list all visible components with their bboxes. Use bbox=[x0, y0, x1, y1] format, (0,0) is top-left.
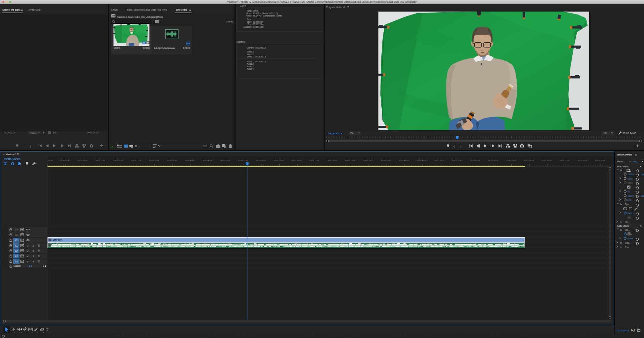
svg-text:S: S bbox=[33, 255, 34, 257]
svg-text:0.0: 0.0 bbox=[628, 190, 630, 193]
svg-text:V1: V1 bbox=[15, 239, 18, 241]
svg-text:00:00:55:23: 00:00:55:23 bbox=[617, 329, 629, 332]
svg-text:Tim...: Tim... bbox=[625, 221, 630, 223]
svg-text:Master: Master bbox=[14, 264, 21, 267]
svg-text:fx: fx bbox=[620, 246, 622, 248]
svg-text:fx: fx bbox=[620, 221, 622, 223]
svg-text:0.0 dB: 0.0 dB bbox=[627, 237, 633, 240]
svg-text:Opa...: Opa... bbox=[625, 203, 630, 206]
svg-text:100.0: 100.0 bbox=[628, 178, 633, 180]
svg-text:fx: fx bbox=[620, 242, 622, 244]
svg-text:1920.0: 1920.0 bbox=[628, 173, 634, 176]
svg-text:108: 108 bbox=[641, 195, 644, 197]
svg-text:M: M bbox=[27, 255, 29, 257]
svg-text:S: S bbox=[33, 250, 34, 252]
svg-text:0.0: 0.0 bbox=[29, 265, 32, 267]
svg-text:Video Effects: Video Effects bbox=[617, 165, 629, 168]
svg-text:Audio Effects: Audio Effects bbox=[617, 225, 629, 227]
svg-text:A3: A3 bbox=[15, 255, 18, 257]
svg-text:Cha...: Cha... bbox=[625, 242, 630, 244]
svg-text:S: S bbox=[33, 260, 34, 263]
svg-text:Master ...: Master ... bbox=[617, 160, 625, 163]
svg-text:0.00: 0.00 bbox=[628, 199, 631, 201]
svg-text:fx: fx bbox=[620, 229, 622, 231]
svg-text:A1: A1 bbox=[15, 245, 18, 247]
svg-text:A4: A4 bbox=[15, 260, 18, 263]
svg-text:fx: fx bbox=[620, 203, 622, 205]
svg-text:V2: V2 bbox=[15, 234, 18, 236]
svg-text:Mas...: Mas... bbox=[633, 160, 638, 163]
svg-text:V3: V3 bbox=[15, 228, 18, 231]
svg-text:M: M bbox=[27, 245, 29, 247]
svg-text:fx: fx bbox=[620, 169, 622, 171]
svg-text:1920.0: 1920.0 bbox=[628, 195, 634, 197]
svg-text:108: 108 bbox=[641, 173, 644, 176]
svg-text:100.0: 100.0 bbox=[628, 182, 633, 184]
svg-text:Pan...: Pan... bbox=[625, 246, 630, 248]
svg-text:T: T bbox=[46, 327, 48, 332]
svg-text:100.0 %: 100.0 % bbox=[627, 212, 635, 215]
svg-text:M: M bbox=[27, 250, 29, 252]
svg-text:Vol...: Vol... bbox=[625, 229, 629, 231]
svg-text:M: M bbox=[27, 260, 29, 263]
svg-text:A2: A2 bbox=[15, 250, 18, 252]
svg-text:S: S bbox=[33, 245, 34, 247]
